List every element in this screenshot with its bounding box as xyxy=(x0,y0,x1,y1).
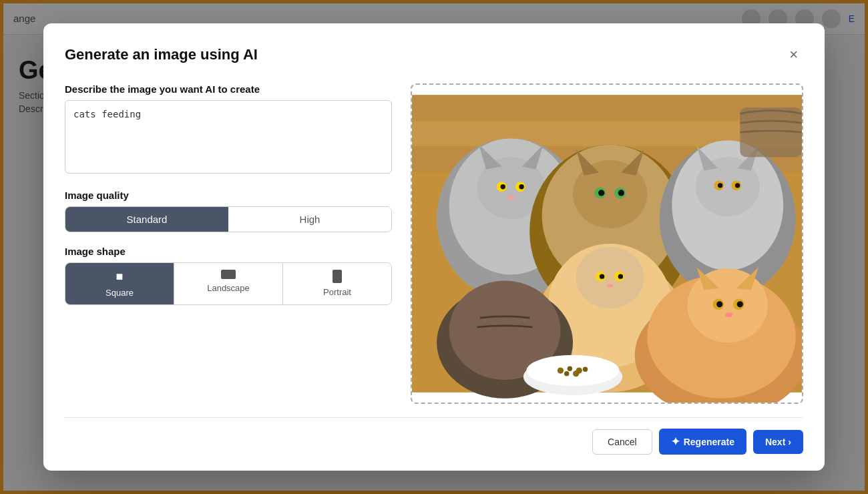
sparkle-icon: ✦ xyxy=(671,435,680,448)
svg-point-55 xyxy=(558,367,564,373)
shape-landscape-button[interactable]: Landscape xyxy=(174,263,283,304)
modal-header: Generate an image using AI × xyxy=(65,45,803,65)
regenerate-button[interactable]: ✦ Regenerate xyxy=(659,429,746,455)
quality-high-button[interactable]: High xyxy=(228,207,391,232)
svg-point-59 xyxy=(573,370,579,377)
shape-portrait-label: Portrait xyxy=(323,287,351,297)
left-panel: Describe the image you want AI to create… xyxy=(65,83,392,404)
prompt-input[interactable]: cats feeding xyxy=(65,100,392,174)
shape-label: Image shape xyxy=(65,246,392,257)
modal-footer: Cancel ✦ Regenerate Next › xyxy=(65,429,803,455)
svg-point-58 xyxy=(564,371,569,376)
svg-point-23 xyxy=(618,190,624,196)
svg-point-32 xyxy=(735,183,740,188)
quality-label: Image quality xyxy=(65,190,392,201)
svg-point-50 xyxy=(716,301,722,307)
cancel-button[interactable]: Cancel xyxy=(592,429,652,455)
svg-point-35 xyxy=(576,247,644,309)
svg-point-12 xyxy=(501,184,505,189)
modal-title: Generate an image using AI xyxy=(65,46,258,63)
next-arrow-icon: › xyxy=(788,437,791,447)
modal-dialog: Generate an image using AI × Describe th… xyxy=(43,23,825,471)
landscape-shape-icon xyxy=(221,270,236,279)
svg-point-31 xyxy=(718,183,722,188)
shape-square-label: Square xyxy=(105,288,134,298)
quality-section: Image quality Standard High xyxy=(65,190,392,232)
close-button[interactable]: × xyxy=(784,45,803,65)
cat-image-svg xyxy=(412,85,802,403)
svg-point-54 xyxy=(526,355,619,386)
prompt-section: Describe the image you want AI to create… xyxy=(65,83,392,176)
svg-point-14 xyxy=(508,196,514,200)
svg-point-38 xyxy=(600,274,604,278)
svg-point-40 xyxy=(607,284,613,288)
svg-point-22 xyxy=(598,190,604,196)
quality-standard-button[interactable]: Standard xyxy=(65,207,228,232)
prompt-label: Describe the image you want AI to create xyxy=(65,83,392,95)
svg-point-56 xyxy=(568,366,572,371)
svg-point-13 xyxy=(519,184,523,189)
shape-section: Image shape ■ Square Landscape Portrai xyxy=(65,246,392,305)
svg-point-45 xyxy=(688,268,769,342)
right-panel xyxy=(411,83,803,404)
modal-body: Describe the image you want AI to create… xyxy=(65,83,803,404)
shape-portrait-button[interactable]: Portrait xyxy=(283,263,391,304)
svg-point-51 xyxy=(737,301,743,307)
shape-selector: ■ Square Landscape Portrait xyxy=(65,262,392,305)
next-label: Next xyxy=(765,437,785,447)
quality-toggle: Standard High xyxy=(65,206,392,232)
svg-point-52 xyxy=(725,312,732,317)
next-button[interactable]: Next › xyxy=(753,430,803,454)
shape-landscape-label: Landscape xyxy=(207,283,250,293)
shape-square-button[interactable]: ■ Square xyxy=(65,263,174,304)
svg-point-60 xyxy=(583,366,588,371)
svg-point-39 xyxy=(618,274,623,278)
regenerate-label: Regenerate xyxy=(684,437,734,447)
portrait-shape-icon xyxy=(333,270,342,283)
image-preview xyxy=(411,83,803,404)
modal-divider xyxy=(65,417,803,418)
modal-overlay: Generate an image using AI × Describe th… xyxy=(0,0,868,494)
square-shape-icon: ■ xyxy=(116,270,124,284)
